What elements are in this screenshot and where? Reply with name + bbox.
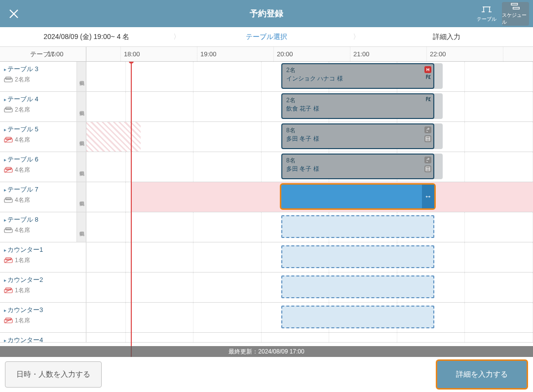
page-title: 予約登録 — [250, 8, 283, 19]
view-schedule-label: スケジュール — [502, 12, 529, 26]
publish-badge: 掲載中 — [76, 92, 86, 121]
steps-bar: 2024/08/09 (金) 19:00~ 4 名 〉 テーブル選択 〉 詳細入… — [0, 27, 533, 47]
table-row: ▸テーブル 32名席掲載中2名インショク ハナコ 様H — [0, 62, 533, 92]
step-detail[interactable]: 詳細入力 — [360, 33, 533, 41]
time-header-cell: 20:00 — [274, 47, 350, 61]
step-table[interactable]: テーブル選択 — [180, 33, 353, 41]
timeline[interactable] — [86, 242, 533, 272]
available-slot[interactable] — [281, 245, 434, 268]
time-header-cell: 22:00 — [427, 47, 503, 61]
busy-block — [86, 122, 141, 152]
timeline[interactable] — [86, 212, 533, 242]
reservation-block[interactable]: 2名インショク ハナコ 様H — [281, 63, 434, 89]
timeline[interactable]: 2名インショク ハナコ 様H — [86, 62, 533, 91]
view-toggle: テーブル スケジュール — [473, 2, 529, 26]
schedule-header: テーブル 17:0018:0019:0020:0021:0022:00 — [0, 47, 533, 62]
chevron-icon: 〉 — [353, 33, 360, 41]
table-row: ▸テーブル 84名席掲載中 — [0, 212, 533, 242]
table-row-label[interactable]: ▸テーブル 42名席 — [0, 92, 76, 121]
table-row: ▸テーブル 74名席掲載中↔ — [0, 182, 533, 212]
available-slot[interactable] — [281, 275, 434, 298]
footer: 日時・人数を入力する 詳細を入力する — [0, 357, 533, 392]
available-slot[interactable] — [281, 306, 434, 328]
table-row-label[interactable]: ▸カウンター11名席 — [0, 242, 76, 272]
now-indicator — [131, 62, 132, 370]
table-row-label[interactable]: ▸テーブル 54名席 — [0, 122, 76, 152]
table-row-label[interactable]: ▸カウンター31名席 — [0, 303, 76, 332]
view-table-button[interactable]: テーブル — [473, 2, 500, 26]
time-header-cell: 18:00 — [121, 47, 197, 61]
publish-badge: 掲載中 — [76, 182, 86, 212]
header: 予約登録 テーブル スケジュール — [0, 0, 533, 27]
view-table-label: テーブル — [477, 16, 496, 23]
time-header-cell: 19:00 — [197, 47, 274, 61]
reservation-block[interactable]: 2名飲食 花子 様 — [281, 93, 434, 119]
timeline[interactable]: ↔ — [86, 182, 533, 212]
timeline[interactable]: 8名多田 冬子 様 — [86, 152, 533, 182]
table-row-label[interactable]: ▸テーブル 84名席 — [0, 212, 76, 242]
available-slot[interactable] — [281, 215, 434, 238]
publish-badge: 掲載中 — [76, 212, 86, 242]
timeline[interactable]: 2名飲食 花子 様 — [86, 92, 533, 121]
svg-rect-15 — [426, 167, 430, 171]
resize-handle-icon[interactable]: ↔ — [422, 185, 434, 208]
table-row: ▸カウンター11名席 — [0, 242, 533, 273]
table-row-label[interactable]: ▸テーブル 32名席 — [0, 62, 76, 91]
table-row: ▸テーブル 42名席掲載中2名飲食 花子 様 — [0, 92, 533, 122]
table-row: ▸カウンター21名席 — [0, 273, 533, 303]
time-header-cell: 21:00 — [350, 47, 427, 61]
table-row: ▸テーブル 54名席掲載中8名多田 冬子 様 — [0, 122, 533, 152]
svg-rect-9 — [426, 137, 430, 141]
timeline[interactable] — [86, 333, 533, 342]
step-datetime[interactable]: 2024/08/09 (金) 19:00~ 4 名 — [0, 33, 173, 41]
status-bar: 最終更新：2024/08/09 17:00 — [0, 346, 533, 357]
next-button[interactable]: 詳細を入力する — [436, 359, 528, 390]
time-header-cell: 17:00 — [44, 47, 121, 61]
time-headers: 17:0018:0019:0020:0021:0022:00 — [86, 47, 533, 61]
table-row: ▸テーブル 64名席掲載中8名多田 冬子 様 — [0, 152, 533, 182]
svg-rect-0 — [511, 3, 518, 5]
reservation-block[interactable]: 8名多田 冬子 様 — [281, 154, 434, 179]
publish-badge: 掲載中 — [76, 62, 86, 91]
publish-badge: 掲載中 — [76, 122, 86, 152]
table-row-label[interactable]: ▸テーブル 64名席 — [0, 152, 76, 182]
schedule-body[interactable]: ▸テーブル 32名席掲載中2名インショク ハナコ 様H▸テーブル 42名席掲載中… — [0, 62, 533, 370]
table-row: ▸カウンター31名席 — [0, 303, 533, 333]
timeline[interactable] — [86, 303, 533, 332]
reservation-block[interactable]: 8名多田 冬子 様 — [281, 123, 434, 149]
timeline[interactable]: 8名多田 冬子 様 — [86, 122, 533, 152]
selected-block[interactable]: ↔ — [280, 183, 436, 210]
chevron-icon: 〉 — [173, 33, 180, 41]
table-row-label[interactable]: ▸テーブル 74名席 — [0, 182, 76, 212]
table-row-label[interactable]: ▸カウンター21名席 — [0, 273, 76, 302]
table-row-label[interactable]: ▸カウンター4 — [0, 333, 76, 342]
view-schedule-button[interactable]: スケジュール — [502, 2, 529, 26]
back-button[interactable]: 日時・人数を入力する — [5, 361, 102, 388]
svg-rect-1 — [513, 7, 519, 9]
publish-badge: 掲載中 — [76, 152, 86, 182]
close-icon[interactable] — [0, 0, 27, 27]
table-row: ▸カウンター4 — [0, 333, 533, 343]
timeline[interactable] — [86, 273, 533, 302]
